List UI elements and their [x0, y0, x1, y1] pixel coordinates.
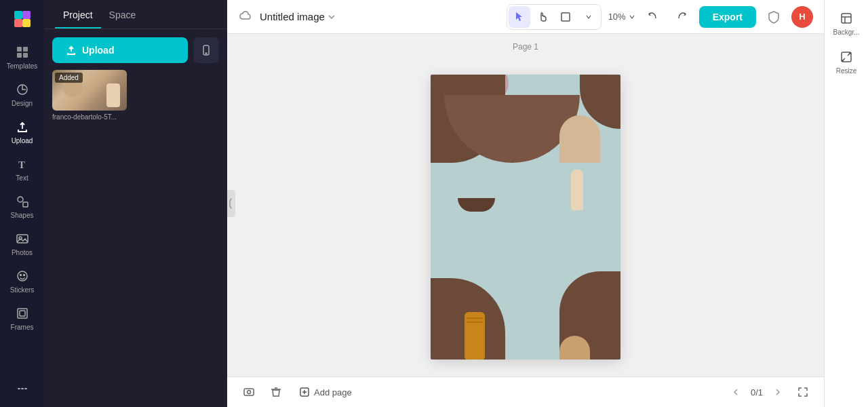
topbar: Untitled image [227, 0, 824, 34]
frames-icon [15, 306, 30, 321]
bottom-bar: Add page 0/1 [227, 376, 824, 407]
file-item[interactable]: Added franco-debartolo-5T... [52, 70, 127, 121]
resize-icon [839, 50, 854, 64]
screenshot-button[interactable] [238, 381, 260, 403]
add-page-label: Add page [314, 387, 352, 398]
next-page-button[interactable] [768, 383, 787, 402]
app-logo[interactable] [10, 7, 35, 31]
background-icon [839, 11, 854, 26]
photos-icon [15, 231, 30, 246]
upload-row: Upload [52, 37, 219, 63]
sidebar-item-stickers[interactable]: Stickers [3, 263, 41, 298]
svg-rect-12 [17, 235, 28, 243]
shelf-bottom [431, 217, 620, 360]
right-panel-resize[interactable]: Resize [827, 44, 865, 80]
undo-button[interactable] [642, 6, 664, 28]
svg-rect-2 [14, 19, 22, 27]
document-title[interactable]: Untitled image [260, 11, 336, 22]
right-panel: Backgr... Resize [824, 0, 868, 407]
design-icon [15, 82, 30, 97]
delete-page-button[interactable] [265, 381, 287, 403]
sidebar-item-templates[interactable]: Templates [3, 39, 41, 74]
shelf-visual [431, 75, 620, 360]
text-icon: T [15, 157, 30, 172]
icon-sidebar: Templates Design Upload T Text [0, 0, 44, 407]
upload-icon [15, 119, 30, 134]
sidebar-item-text[interactable]: T Text [3, 151, 41, 186]
svg-point-23 [205, 53, 207, 54]
export-button[interactable]: Export [699, 6, 756, 28]
svg-rect-11 [23, 202, 28, 207]
shield-icon [763, 6, 785, 28]
resize-label: Resize [836, 67, 857, 75]
redo-button[interactable] [671, 6, 692, 28]
add-page-button[interactable]: Add page [292, 383, 359, 402]
sidebar-item-design[interactable]: Design [3, 77, 41, 111]
prev-page-button[interactable] [726, 383, 745, 402]
zoom-control[interactable]: 10% [608, 12, 635, 22]
photos-label: Photos [12, 249, 33, 256]
more-icon [15, 381, 30, 396]
frames-label: Frames [11, 324, 34, 331]
svg-rect-19 [18, 388, 20, 389]
stickers-icon [15, 269, 30, 284]
svg-rect-24 [561, 13, 570, 21]
upload-button[interactable]: Upload [52, 37, 188, 63]
background-label: Backgr... [833, 28, 860, 36]
right-panel-background[interactable]: Backgr... [827, 5, 865, 41]
file-thumbnail: Added [52, 70, 127, 111]
panel-tabs: Project Space [44, 0, 227, 29]
svg-rect-6 [17, 53, 22, 58]
avatar: H [791, 6, 813, 28]
svg-point-16 [23, 275, 24, 276]
fullscreen-button[interactable] [793, 382, 813, 402]
sidebar-item-more[interactable] [3, 376, 41, 400]
file-grid: Added franco-debartolo-5T... [52, 70, 219, 121]
tool-group [507, 4, 601, 30]
sidebar-item-frames[interactable]: Frames [3, 301, 41, 335]
sidebar-item-shapes[interactable]: Shapes [3, 189, 41, 223]
cloud-icon [238, 8, 253, 26]
sidebar-item-upload[interactable]: Upload [3, 114, 41, 149]
bowl [458, 198, 495, 212]
panel-content: Upload Added franco-debartolo-5T... [44, 29, 227, 129]
svg-rect-5 [23, 47, 28, 52]
templates-label: Templates [7, 62, 38, 70]
svg-rect-0 [14, 11, 22, 19]
vase-tall [571, 170, 583, 210]
shapes-icon [15, 194, 30, 209]
svg-point-26 [248, 391, 251, 394]
select-tool[interactable] [509, 6, 530, 28]
svg-rect-3 [22, 19, 31, 27]
text-label: Text [16, 174, 28, 182]
shelf-top [431, 75, 620, 217]
sidebar-item-photos[interactable]: Photos [3, 226, 41, 260]
canvas-page[interactable] [431, 75, 620, 360]
collapse-handle[interactable] [227, 190, 235, 217]
svg-text:T: T [18, 159, 25, 170]
stickers-label: Stickers [10, 286, 35, 294]
frame-tool[interactable] [555, 6, 576, 28]
zoom-value: 10% [608, 12, 626, 22]
tab-space[interactable]: Space [101, 0, 144, 28]
svg-rect-18 [20, 311, 25, 316]
page-label: Page 1 [513, 42, 538, 52]
svg-point-15 [20, 275, 21, 276]
canvas-image [431, 75, 620, 360]
niche [559, 115, 600, 163]
tab-project[interactable]: Project [55, 0, 101, 28]
canvas-area: Page 1 [227, 34, 824, 376]
svg-rect-1 [22, 11, 31, 19]
main-area: Untitled image [227, 0, 824, 407]
page-navigation: 0/1 [726, 383, 787, 402]
file-name: franco-debartolo-5T... [52, 113, 127, 121]
frame-tool-chevron[interactable] [578, 6, 599, 28]
svg-rect-17 [18, 309, 27, 318]
svg-point-10 [18, 197, 23, 202]
mobile-button[interactable] [193, 37, 219, 63]
svg-rect-7 [23, 53, 28, 58]
upload-label: Upload [12, 137, 33, 144]
title-text: Untitled image [260, 11, 325, 22]
hand-tool[interactable] [532, 6, 553, 28]
svg-rect-20 [21, 388, 24, 389]
